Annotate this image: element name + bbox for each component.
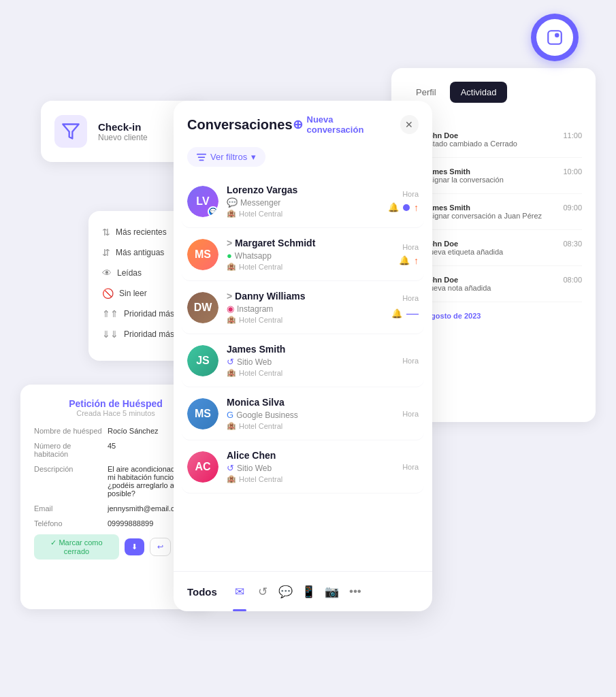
checkin-title: Check-in [98, 121, 148, 133]
panel-header: Conversaciones ⊕ Nueva conversación ✕ [174, 101, 432, 142]
notification-bubble[interactable] [531, 14, 579, 61]
chevron-down-icon: ▾ [251, 152, 256, 162]
tab-messenger[interactable]: 💬 [274, 580, 297, 603]
convo-name-lorenzo: Lorenzo Vargas [227, 184, 380, 195]
conversation-item-margaret[interactable]: MS > Margaret Schmidt ● Whatsapp 🏨 Hotel… [182, 228, 424, 281]
conversation-item-alice[interactable]: AC Alice Chen ↺ Sitio Web 🏨 Hotel Centra… [182, 440, 424, 493]
notification-icon [536, 19, 573, 56]
tab-all-label: Todos [187, 586, 217, 598]
convo-source-monica: G Google Business [227, 410, 394, 420]
activity-user: John Doe [424, 131, 557, 140]
plus-icon: ⊕ [293, 117, 303, 132]
convo-time-james: Hora [402, 357, 419, 365]
activity-user: John Doe [424, 240, 557, 248]
svg-rect-0 [548, 31, 562, 44]
tab-profile[interactable]: Perfil [405, 82, 447, 103]
guest-row-name: Nombre de huésped Rocío Sánchez [34, 427, 197, 435]
filter-label: Más antiguas [116, 248, 164, 257]
reply-button[interactable]: ↩ [150, 538, 171, 556]
convo-source-margaret: ● Whatsapp [227, 250, 391, 261]
convo-source-james: ↺ Sitio Web [227, 357, 394, 367]
dash-icon-danny: — [406, 306, 419, 321]
download-button[interactable]: ⬇ [125, 538, 144, 555]
filter-icon [197, 152, 206, 162]
arrow-up-icon-margaret: ↑ [414, 255, 419, 266]
convo-source-alice: ↺ Sitio Web [227, 463, 394, 473]
filter-btn-label: Ver filtros [210, 152, 247, 162]
guest-title: Petición de Huésped [34, 398, 197, 409]
convo-inbox-margaret: 🏨 Hotel Central [227, 262, 391, 271]
filter-high-icon: ⇑⇑ [102, 308, 118, 319]
activity-tabs: Perfil Actividad [405, 82, 582, 103]
convo-meta-margaret: Hora 🔔 ↑ [399, 243, 419, 266]
checkin-icon [61, 122, 80, 141]
avatar-james: JS [187, 345, 218, 376]
checkin-subtitle: Nuevo cliente [98, 133, 148, 142]
tab-web[interactable]: ↺ [251, 580, 274, 603]
convo-inbox-monica: 🏨 Hotel Central [227, 421, 394, 430]
activity-user: James Smith [424, 167, 557, 176]
close-button[interactable]: ✕ [400, 115, 419, 134]
messenger-status-icon: 💬 [208, 206, 218, 217]
hotel-icon: 🏨 [227, 262, 236, 271]
active-tab-indicator [233, 609, 246, 611]
activity-time: 10:00 [563, 167, 582, 176]
guest-actions: ✓ Marcar como cerrado ⬇ ↩ ⬆ [34, 534, 197, 560]
convo-name-margaret: > Margaret Schmidt [227, 238, 391, 248]
convo-meta-danny: Hora 🔔 — [391, 294, 419, 321]
whatsapp-icon: ● [227, 250, 232, 261]
hotel-icon: 🏨 [227, 474, 236, 483]
new-conversation-button[interactable]: ⊕ Nueva conversación [293, 114, 389, 135]
tab-more[interactable]: ••• [344, 580, 367, 603]
close-ticket-button[interactable]: ✓ Marcar como cerrado [34, 534, 119, 560]
conversation-item-lorenzo[interactable]: LV 💬 Lorenzo Vargas 💬 Messenger 🏨 Hotel … [182, 175, 424, 228]
hotel-icon: 🏨 [227, 368, 236, 377]
conversation-item-danny[interactable]: DW > Danny Williams ◉ Instagram 🏨 Hotel … [182, 281, 424, 334]
bell-icon-margaret: 🔔 [399, 255, 410, 265]
tab-activity[interactable]: Actividad [450, 82, 508, 103]
web-icon: ↺ [227, 357, 234, 367]
google-icon: G [227, 410, 233, 420]
convo-source-danny: ◉ Instagram [227, 304, 383, 314]
convo-meta-lorenzo: Hora 🔔 ↑ [388, 190, 419, 213]
conversations-panel: Conversaciones ⊕ Nueva conversación ✕ Ve… [174, 101, 432, 611]
convo-inbox-danny: 🏨 Hotel Central [227, 315, 383, 324]
panel-tabs: Todos ✉ ↺ 💬 📱 📷 ••• [174, 571, 432, 611]
tab-email[interactable]: ✉ [228, 580, 251, 603]
activity-time: 09:00 [563, 204, 582, 212]
unread-dot [403, 204, 410, 211]
filter-label: Leídas [117, 268, 142, 278]
filter-button[interactable]: Ver filtros ▾ [187, 147, 265, 167]
instagram-icon: ◉ [227, 304, 234, 314]
guest-label-desc: Descripción [34, 465, 102, 473]
bell-icon-lorenzo: 🔔 [388, 202, 399, 212]
convo-inbox-alice: 🏨 Hotel Central [227, 474, 394, 483]
convo-time-margaret: Hora [402, 243, 419, 251]
activity-action: Asignar la conversación [424, 176, 557, 184]
hotel-icon: 🏨 [227, 209, 236, 218]
messenger-icon: 💬 [227, 197, 238, 208]
convo-meta-james: Hora [402, 357, 419, 365]
filter-unread-icon: 🚫 [102, 288, 114, 299]
tab-instagram[interactable]: 📷 [321, 580, 344, 603]
svg-point-1 [555, 33, 560, 38]
filter-label: Sin leer [119, 289, 147, 298]
avatar-monica: MS [187, 398, 218, 429]
convo-name-monica: Monica Silva [227, 397, 394, 408]
guest-row-description: Descripción El aire acondicionado de mi … [34, 465, 197, 498]
bell-icon-danny: 🔔 [391, 308, 402, 319]
convo-name-alice: Alice Chen [227, 450, 394, 461]
checkin-icon-wrap [54, 115, 87, 148]
tab-whatsapp[interactable]: 📱 [297, 580, 321, 603]
guest-row-phone: Teléfono 09999888899 [34, 519, 197, 528]
filter-low-icon: ⇓⇓ [102, 329, 118, 340]
convo-time-danny: Hora [402, 294, 419, 302]
filter-recent-icon: ⇅ [102, 227, 110, 238]
conversation-item-james[interactable]: JS James Smith ↺ Sitio Web 🏨 Hotel Centr… [182, 334, 424, 387]
conversation-item-monica[interactable]: MS Monica Silva G Google Business 🏨 Hote… [182, 387, 424, 440]
avatar-alice: AC [187, 451, 218, 483]
activity-action: Nueva etiqueta añadida [424, 248, 557, 256]
convo-time-monica: Hora [402, 410, 419, 418]
conversations-list: LV 💬 Lorenzo Vargas 💬 Messenger 🏨 Hotel … [174, 175, 432, 571]
guest-label-phone: Teléfono [34, 519, 102, 528]
